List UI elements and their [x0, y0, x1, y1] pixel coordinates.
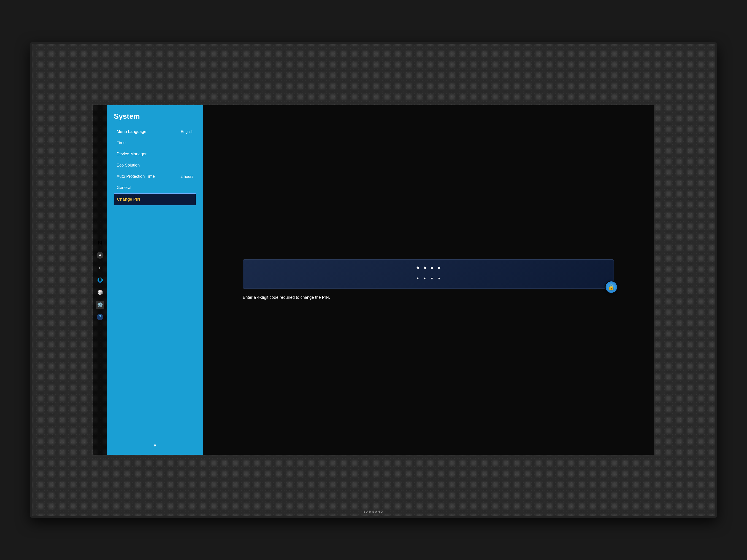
- menu-item-time-label: Time: [117, 140, 125, 145]
- tv-screen: 🖼 ● 〒 🌐 🎲 ⚙️: [32, 44, 715, 516]
- pin-star-1: *: [416, 265, 419, 272]
- pin-star-2: *: [423, 265, 426, 272]
- pin-star-5: *: [416, 276, 419, 283]
- samsung-logo: SAMSUNG: [363, 510, 383, 513]
- pin-row-2: * * * *: [416, 276, 440, 283]
- sidebar-icon-photo[interactable]: 🖼: [96, 239, 104, 247]
- pin-row-1: * * * *: [416, 265, 440, 272]
- menu-item-language-value: English: [181, 130, 194, 134]
- menu-title: System: [114, 112, 196, 121]
- pin-star-3: *: [431, 265, 433, 272]
- sidebar-icon-cube[interactable]: 🎲: [96, 288, 104, 296]
- menu-panel: System Menu Language English Time Device…: [107, 105, 203, 455]
- menu-item-language[interactable]: Menu Language English: [114, 126, 196, 137]
- sidebar-icon-help[interactable]: ?: [96, 313, 104, 321]
- pin-star-7: *: [431, 276, 433, 283]
- pin-star-8: *: [438, 276, 440, 283]
- pin-star-6: *: [423, 276, 426, 283]
- pin-instruction-text: Enter a 4-digit code required to change …: [243, 294, 614, 300]
- sidebar-icon-camera[interactable]: ●: [96, 251, 104, 260]
- lock-icon: 🔒: [605, 281, 618, 293]
- menu-item-auto-protection-label: Auto Protection Time: [117, 174, 155, 179]
- sidebar-icon-signal[interactable]: 〒: [96, 264, 104, 272]
- menu-item-auto-protection-value: 2 hours: [181, 174, 194, 179]
- menu-item-time[interactable]: Time: [114, 137, 196, 149]
- menu-item-general[interactable]: General: [114, 182, 196, 193]
- scroll-down-indicator: ∨: [114, 440, 196, 450]
- sidebar: 🖼 ● 〒 🌐 🎲 ⚙️: [93, 105, 107, 455]
- menu-item-change-pin-label: Change PIN: [117, 197, 140, 202]
- sidebar-icon-globe[interactable]: 🌐: [96, 276, 104, 284]
- content-area: 🖼 ● 〒 🌐 🎲 ⚙️: [32, 44, 715, 516]
- menu-items-list: Menu Language English Time Device Manage…: [114, 126, 196, 440]
- sidebar-icon-settings[interactable]: ⚙️: [96, 300, 104, 309]
- tv-frame: 🖼 ● 〒 🌐 🎲 ⚙️: [30, 42, 717, 518]
- pin-star-4: *: [438, 265, 440, 272]
- menu-item-eco-solution[interactable]: Eco Solution: [114, 160, 196, 171]
- menu-item-device-manager[interactable]: Device Manager: [114, 149, 196, 160]
- pin-display-box: * * * * * * * * 🔒: [243, 259, 614, 289]
- ui-container: 🖼 ● 〒 🌐 🎲 ⚙️: [93, 105, 654, 455]
- menu-item-eco-solution-label: Eco Solution: [117, 163, 139, 168]
- menu-item-auto-protection[interactable]: Auto Protection Time 2 hours: [114, 171, 196, 182]
- menu-item-change-pin[interactable]: Change PIN: [114, 193, 196, 206]
- menu-item-device-manager-label: Device Manager: [117, 152, 147, 157]
- menu-item-general-label: General: [117, 185, 131, 190]
- pin-entry-panel: * * * * * * * * 🔒: [203, 105, 654, 455]
- menu-item-language-label: Menu Language: [117, 129, 146, 134]
